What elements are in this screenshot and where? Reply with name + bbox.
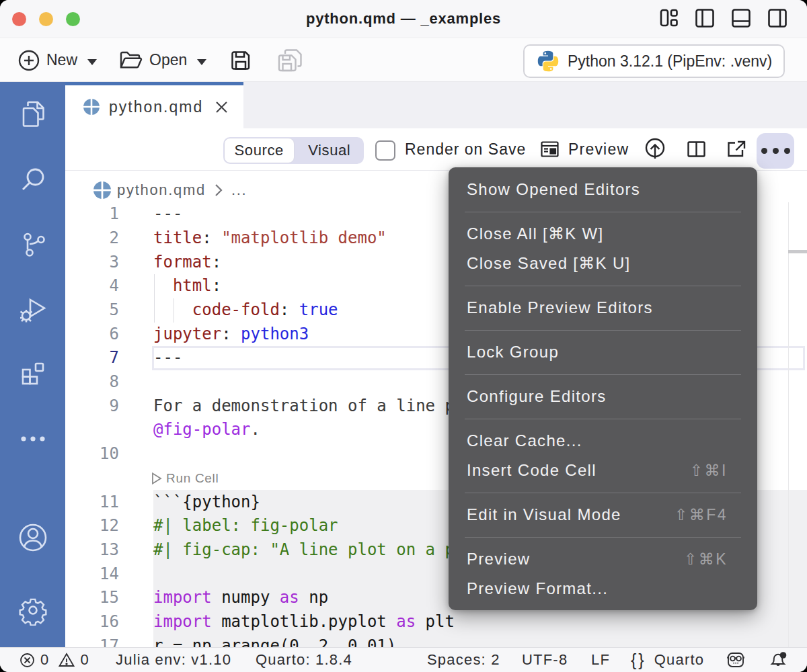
code-token: ```{python} — [153, 493, 260, 511]
save-all-button[interactable] — [277, 39, 303, 81]
sidebar-item-explorer[interactable] — [0, 87, 65, 141]
visual-mode-button[interactable]: Visual — [295, 137, 364, 164]
quarto-version-status[interactable]: Quarto: 1.8.4 — [256, 648, 352, 672]
menu-item-edit-in-visual-mode[interactable]: Edit in Visual Mode⇧⌘F4 — [449, 500, 757, 530]
more-actions-button[interactable] — [757, 133, 794, 169]
sidebar-item-settings[interactable] — [0, 583, 65, 637]
settings-gear-icon — [17, 595, 48, 626]
menu-item-configure-editors[interactable]: Configure Editors — [449, 382, 757, 411]
preview-label[interactable]: Preview — [568, 128, 629, 170]
code-token: code-fold — [192, 300, 280, 319]
menu-item-close-saved-k-u[interactable]: Close Saved [⌘K U] — [449, 249, 757, 278]
code-token — [212, 228, 221, 247]
source-control-icon — [19, 230, 47, 259]
breadcrumb-more[interactable]: ... — [231, 181, 247, 199]
line-number: 1 — [65, 202, 119, 226]
menu-item-enable-preview-editors[interactable]: Enable Preview Editors — [449, 293, 757, 323]
sidebar-item-account[interactable] — [0, 511, 65, 564]
code-line[interactable]: 16import matplotlib.pyplot as plt — [65, 610, 807, 634]
menu-item-show-opened-editors[interactable]: Show Opened Editors — [449, 175, 757, 204]
copilot-status[interactable] — [726, 648, 745, 672]
line-number: 10 — [65, 442, 119, 466]
braces-icon: {} — [631, 650, 646, 670]
menu-item-lock-group[interactable]: Lock Group — [449, 337, 757, 367]
sidebar-item-source-control[interactable] — [0, 218, 65, 271]
ellipsis-icon — [784, 148, 790, 154]
breadcrumb-chevron-icon — [214, 183, 223, 198]
explorer-files-icon — [19, 100, 47, 128]
problems-status[interactable]: 0 0 — [20, 648, 89, 672]
menu-item-label: Insert Code Cell — [467, 461, 597, 480]
render-document-button[interactable] — [644, 128, 666, 170]
toggle-primary-sidebar-icon[interactable] — [695, 9, 714, 28]
error-count: 0 — [40, 651, 49, 669]
source-mode-button[interactable]: Source — [224, 138, 295, 163]
code-token: numpy — [212, 588, 280, 607]
line-number: 16 — [65, 610, 119, 634]
render-on-save-checkbox[interactable] — [375, 140, 395, 161]
code-token: matplotlib.pyplot — [212, 612, 397, 631]
tab-close-icon[interactable] — [215, 100, 229, 114]
menu-item-close-all-k-w[interactable]: Close All [⌘K W] — [449, 219, 757, 249]
code-token: @fig-polar — [153, 420, 251, 439]
menu-separator — [465, 286, 741, 286]
menu-item-insert-code-cell[interactable]: Insert Code Cell⇧⌘I — [449, 456, 757, 485]
open-folder-icon — [120, 50, 143, 71]
eol-status[interactable]: LF — [591, 648, 610, 672]
notifications-status[interactable] — [769, 648, 787, 672]
new-button[interactable]: New — [18, 39, 97, 81]
open-button[interactable]: Open — [120, 39, 206, 81]
tab-python-qmd[interactable]: python.qmd — [65, 82, 243, 128]
save-all-icon — [277, 48, 303, 73]
open-external-icon — [726, 140, 746, 158]
menu-item-label: Preview — [467, 550, 530, 569]
menu-item-preview[interactable]: Preview⇧⌘K — [449, 544, 757, 574]
code-line[interactable]: 17r = np.arange(0, 2, 0.01) — [65, 634, 807, 647]
menu-item-label: Enable Preview Editors — [467, 298, 653, 317]
preview-icon[interactable] — [541, 128, 559, 170]
line-number: 4 — [65, 274, 119, 298]
menu-item-label: Show Opened Editors — [467, 180, 640, 199]
interpreter-selector-button[interactable]: Python 3.12.1 (PipEnv: .venv) — [523, 44, 785, 78]
top-action-bar: New Open — [0, 39, 807, 82]
warning-count: 0 — [80, 651, 89, 669]
run-cell-button[interactable]: Run Cell — [151, 466, 219, 491]
save-button[interactable] — [231, 39, 251, 81]
search-icon — [19, 165, 47, 194]
toggle-panel-icon[interactable] — [732, 9, 751, 28]
activity-bar — [0, 82, 65, 647]
sidebar-item-more[interactable] — [0, 412, 65, 466]
customize-layout-icon[interactable] — [660, 9, 678, 28]
line-number: 17 — [65, 634, 119, 647]
code-token: title — [153, 228, 202, 247]
split-editor-icon — [687, 141, 705, 157]
run-and-debug-icon — [18, 294, 48, 324]
indent-guide — [174, 298, 175, 323]
scrollbar-decoration[interactable] — [788, 250, 807, 253]
code-token: "matplotlib demo" — [221, 228, 387, 247]
indentation-status[interactable]: Spaces: 2 — [427, 648, 500, 672]
open-external-button[interactable] — [726, 128, 746, 170]
julia-env-status[interactable]: Julia env: v1.10 — [116, 648, 231, 672]
menu-item-clear-cache[interactable]: Clear Cache... — [449, 426, 757, 456]
code-token: as — [280, 588, 299, 607]
warnings-icon — [59, 653, 75, 667]
quarto-editor-toolbar: Source Visual Render on Save Preview — [65, 128, 807, 170]
split-editor-button[interactable] — [687, 128, 705, 170]
copilot-icon — [726, 652, 745, 668]
new-label: New — [46, 51, 77, 69]
code-token: : — [202, 228, 211, 247]
breadcrumb-file[interactable]: python.qmd — [117, 181, 206, 199]
sidebar-item-run-debug[interactable] — [0, 282, 65, 336]
encoding-status[interactable]: UTF-8 — [522, 648, 568, 672]
interpreter-label: Python 3.12.1 (PipEnv: .venv) — [568, 52, 772, 71]
menu-item-preview-format[interactable]: Preview Format... — [449, 574, 757, 603]
code-token: import — [153, 588, 212, 607]
sidebar-item-extensions[interactable] — [0, 347, 65, 401]
code-token — [231, 325, 241, 343]
language-mode-status[interactable]: {} Quarto — [631, 648, 704, 672]
menu-item-label: Close All [⌘K W] — [467, 224, 604, 243]
python-logo-icon — [537, 50, 560, 73]
toggle-secondary-sidebar-icon[interactable] — [768, 9, 787, 28]
sidebar-item-search[interactable] — [0, 153, 65, 206]
